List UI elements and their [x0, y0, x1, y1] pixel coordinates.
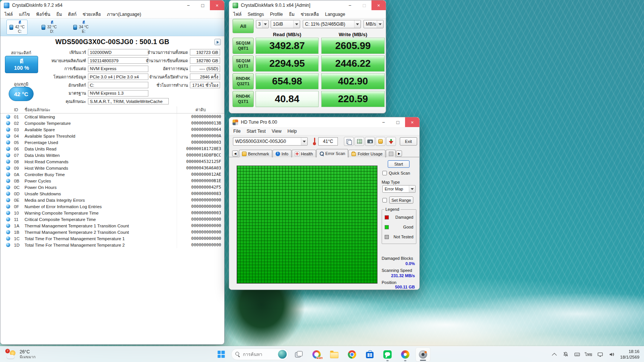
tab-truncated[interactable]: E: [386, 150, 396, 157]
hdtune-taskbar-button[interactable]: [416, 347, 431, 362]
cdm-close-button[interactable]: ×: [371, 0, 386, 10]
smart-table-row[interactable]: 01 Critical Warning 000000000000: [0, 114, 224, 120]
smart-table-row[interactable]: 0B Power Cycles 000000000B1E: [0, 178, 224, 184]
hdtune-close-button[interactable]: ×: [405, 117, 419, 127]
smart-table-row[interactable]: 05 Percentage Used 000000000003: [0, 139, 224, 146]
cdm-menu-item[interactable]: Language: [322, 11, 348, 18]
smart-table-row[interactable]: 1C Total Time For Thermal Management Tem…: [0, 235, 224, 242]
volume-button[interactable]: [607, 348, 616, 360]
cdi-maximize-button[interactable]: □: [196, 0, 210, 10]
tab-folder-usage[interactable]: Folder Usage: [348, 150, 385, 157]
hdtune-menu-item[interactable]: Start Test: [243, 128, 268, 135]
cdm-count-select[interactable]: 3: [256, 20, 269, 28]
cdi-close-button[interactable]: ×: [210, 0, 224, 10]
smart-table-row[interactable]: 1D Total Time For Thermal Management Tem…: [0, 242, 224, 248]
hdtune-minimize-button[interactable]: −: [376, 117, 391, 127]
smart-table-row[interactable]: 10 Warning Composite Temperature Time 00…: [0, 210, 224, 216]
cdi-menu-item[interactable]: ช่วยเหลือ: [80, 10, 104, 18]
hdtune-titlebar[interactable]: HD Tune Pro 6.00 − □ ×: [229, 117, 419, 127]
smart-table-row[interactable]: 0F Number of Error Information Log Entri…: [0, 203, 224, 210]
smart-table-row[interactable]: 1A Thermal Management Temperature 1 Tran…: [0, 222, 224, 229]
tab-error-scan[interactable]: Error Scan: [316, 149, 348, 157]
export-button[interactable]: [354, 137, 364, 146]
download-button[interactable]: [386, 137, 396, 146]
cdi-menu-item[interactable]: ภาษา(Language): [104, 10, 144, 18]
smart-table-row[interactable]: 08 Host Read Commands 0000004532125F: [0, 158, 224, 165]
clock[interactable]: 18:16 18/1/2569: [618, 348, 642, 360]
notifications-off-button[interactable]: [561, 348, 571, 360]
cdi-menu-item[interactable]: ดิสก์: [65, 10, 79, 18]
network-button[interactable]: [595, 348, 605, 360]
smart-table-row[interactable]: 11 Critical Composite Temperature Time 0…: [0, 216, 224, 222]
set-range-button[interactable]: Set Range: [389, 196, 413, 204]
tab-info[interactable]: Info: [273, 150, 291, 157]
map-type-select[interactable]: Error Map: [382, 185, 416, 193]
tab-scroll-right-button[interactable]: ▶: [396, 150, 402, 156]
cdi-drive-item[interactable]: ดี 34 °C E:: [71, 20, 91, 34]
cdm-test-button[interactable]: RND4K Q32T1: [233, 73, 254, 89]
taskbar-search[interactable]: [231, 348, 289, 360]
hdtune-drive-select[interactable]: WDS500G3X0C-00SJG0: [233, 137, 308, 146]
cdi-temperature-box[interactable]: 42 °C: [9, 87, 34, 101]
screenshot-button[interactable]: [365, 137, 375, 146]
start-scan-button[interactable]: Start: [388, 160, 410, 168]
smart-table-row[interactable]: 1B Thermal Management Temperature 2 Tran…: [0, 229, 224, 235]
cdm-all-button[interactable]: All: [233, 19, 254, 33]
tab-health[interactable]: Health: [292, 150, 316, 157]
photos-app-button[interactable]: [398, 347, 413, 362]
tray-overflow-button[interactable]: [550, 348, 559, 360]
smart-table-row[interactable]: 0E Media and Data Integrity Errors 00000…: [0, 197, 224, 203]
line-app-button[interactable]: [380, 347, 395, 362]
cdm-test-button[interactable]: SEQ1M Q8T1: [233, 38, 254, 54]
cdi-menu-item[interactable]: ฟังก์ชั่น: [33, 10, 53, 18]
weather-widget[interactable]: 7 26°C มีเมฆมาก: [4, 347, 39, 362]
smart-table-row[interactable]: 0A Controller Busy Time 0000000012AE: [0, 171, 224, 178]
copy-button[interactable]: [344, 137, 354, 146]
touch-keyboard-button[interactable]: [572, 348, 582, 360]
cdi-next-disk-button[interactable]: [214, 39, 221, 45]
cdi-drive-item[interactable]: ดี 32 °C D:: [39, 20, 59, 34]
hdtune-menu-item[interactable]: View: [269, 128, 285, 135]
quick-scan-checkbox[interactable]: [382, 171, 387, 175]
hdtune-menu-item[interactable]: File: [230, 128, 243, 135]
cdm-unit-select[interactable]: MB/s: [364, 20, 384, 28]
cdm-titlebar[interactable]: CrystalDiskMark 9.0.1 x64 [Admin] − □ ×: [229, 0, 386, 10]
cdm-menu-item[interactable]: ธีม: [286, 10, 297, 18]
cdm-size-select[interactable]: 1GiB: [271, 20, 300, 28]
cdi-menu-item[interactable]: ธีม: [53, 10, 65, 18]
cdm-menu-item[interactable]: Settings: [245, 11, 267, 18]
cdi-menu-item[interactable]: ไฟล์: [2, 10, 16, 18]
input-language-button[interactable]: ไทย: [584, 348, 594, 360]
smart-table-row[interactable]: 06 Data Units Read 000000181728E3: [0, 146, 224, 152]
file-explorer-button[interactable]: [327, 347, 342, 362]
cdi-minimize-button[interactable]: −: [181, 0, 196, 10]
cdi-titlebar[interactable]: CrystalDiskInfo 9.7.2 x64 − □ ×: [0, 0, 224, 10]
hdtune-menu-item[interactable]: Help: [285, 128, 300, 135]
tab-scroll-left-button[interactable]: ◀: [232, 150, 238, 156]
smart-table-row[interactable]: 09 Host Write Commands 000000436A6A03: [0, 165, 224, 171]
smart-table-row[interactable]: 0C Power On Hours 0000000042F5: [0, 184, 224, 190]
chrome-button[interactable]: [345, 347, 360, 362]
cdm-test-button[interactable]: RND4K Q1T1: [233, 91, 254, 107]
tools-button[interactable]: [376, 137, 385, 146]
cdi-health-status-box[interactable]: ดี 100 %: [5, 56, 38, 73]
cdm-target-drive-select[interactable]: C: 11% (52/465GiB): [303, 20, 361, 28]
smart-table-row[interactable]: 02 Composite Temperature 00000000013B: [0, 120, 224, 126]
hdtune-maximize-button[interactable]: □: [391, 117, 405, 127]
smart-table-row[interactable]: 07 Data Units Written 00000016D8FBCC: [0, 152, 224, 158]
cdm-test-button[interactable]: SEQ1M Q1T1: [233, 55, 254, 72]
cdi-drive-item[interactable]: ดี 42 °C C:: [6, 20, 28, 35]
cdm-menu-item[interactable]: ช่วยเหลือ: [298, 10, 322, 18]
cdm-minimize-button[interactable]: −: [343, 0, 357, 10]
smart-table-row[interactable]: 04 Available Spare Threshold 00000000000…: [0, 133, 224, 139]
cdm-menu-item[interactable]: ไฟล์: [230, 10, 245, 18]
m365-copilot-button[interactable]: M365: [309, 347, 324, 362]
store-button[interactable]: [362, 347, 377, 362]
task-view-button[interactable]: [291, 347, 307, 362]
tab-benchmark[interactable]: Benchmark: [239, 150, 272, 157]
search-input[interactable]: [243, 352, 274, 357]
exit-button[interactable]: Exit: [400, 137, 417, 146]
cdm-menu-item[interactable]: Profile: [267, 11, 286, 18]
smart-table-row[interactable]: 0D Unsafe Shutdowns 000000000083: [0, 190, 224, 197]
cdi-menu-item[interactable]: แก้ไข: [16, 10, 33, 18]
